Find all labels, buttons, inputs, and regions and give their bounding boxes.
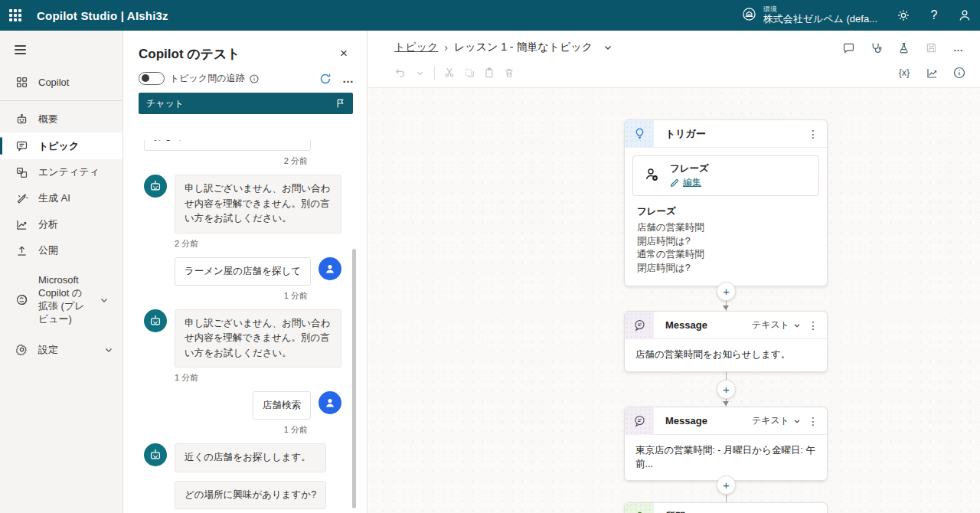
save-icon: [920, 38, 942, 57]
chat-bubble: どの場所に興味がありますか?: [175, 481, 326, 509]
more-vertical-icon[interactable]: ⋮: [805, 128, 821, 140]
sidebar-item-label: 生成 AI: [38, 191, 122, 205]
help-icon[interactable]: ?: [919, 0, 949, 31]
paste-icon: [479, 64, 499, 82]
comments-icon[interactable]: [838, 38, 859, 57]
sidebar-item-copilot[interactable]: Copilot: [0, 69, 122, 95]
top-app-bar: Copilot Studio | AIshi3z 環境 株式会社ゼルペム (de…: [0, 0, 980, 31]
chevron-down-icon: [793, 417, 801, 425]
message-node-2[interactable]: Message テキスト ⋮ 東京店の営業時間: - 月曜日から金曜日: 午前.…: [624, 407, 828, 481]
trigger-phrases-card[interactable]: フレーズ 編集: [632, 155, 819, 196]
add-node-button[interactable]: +: [717, 282, 736, 301]
message-node-1[interactable]: Message テキスト ⋮ 店舗の営業時間をお知らせします。: [624, 311, 828, 372]
sidebar-item-publish[interactable]: 公開: [0, 237, 122, 263]
sidebar-item-label: 設定: [38, 343, 94, 357]
sidebar-item-label: トピック: [38, 139, 122, 153]
chevron-down-icon: [100, 296, 118, 305]
message-type-dropdown[interactable]: テキスト: [752, 319, 801, 332]
sidebar-nav: Copilot 概要 トピック エンティティ: [0, 31, 123, 513]
reset-conversation-icon[interactable]: [319, 73, 332, 85]
sidebar-item-label: 公開: [38, 243, 122, 257]
info-icon[interactable]: [949, 64, 969, 82]
chevron-down-icon: [793, 322, 801, 329]
chat-bubble: 申し訳ございません、お問い合わせ内容を理解できません。別の言い方をお試しください…: [175, 309, 341, 368]
settings-gear-icon[interactable]: [888, 0, 919, 31]
chat-message-user: ラーメン屋の店舗を探して: [139, 257, 341, 286]
phrase-item: 開店時間は?: [637, 235, 815, 249]
wand-sparkle-icon: [15, 191, 28, 205]
environment-picker[interactable]: 環境 株式会社ゼルペム (defa...: [731, 0, 888, 31]
breadcrumb-topics-link[interactable]: トピック: [394, 41, 438, 54]
sidebar-item-settings[interactable]: 設定: [0, 337, 122, 363]
app-launcher-waffle-icon[interactable]: [0, 0, 31, 31]
breadcrumb-separator: ›: [444, 41, 448, 54]
more-horizontal-icon[interactable]: …: [342, 72, 354, 85]
timestamp: 2 分前: [139, 155, 308, 167]
variables-icon[interactable]: {x}: [894, 64, 914, 82]
more-vertical-icon[interactable]: ⋮: [805, 415, 821, 427]
sidebar-item-analytics[interactable]: 分析: [0, 211, 122, 237]
more-vertical-icon[interactable]: ⋮: [805, 319, 821, 332]
timestamp: 1 分前: [139, 290, 308, 302]
bot-avatar: [144, 309, 167, 332]
sidebar-item-overview[interactable]: 概要: [0, 106, 122, 132]
question-icon: [625, 503, 654, 513]
more-horizontal-icon[interactable]: …: [948, 38, 969, 57]
undo-chevron-icon: [410, 64, 430, 82]
topic-analytics-icon[interactable]: [922, 64, 942, 82]
chat-bubble: 申し訳ございません、お問い合わせ内容を理解できません。別の言い方をお試しください…: [175, 175, 341, 233]
sidebar-item-topics[interactable]: トピック: [0, 132, 122, 159]
sidebar-item-copilot-extensions[interactable]: Microsoft Copilot の拡張 (プレビュー): [0, 270, 122, 331]
flag-icon[interactable]: [335, 98, 345, 109]
phrases-person-icon: [642, 165, 661, 187]
pencil-icon: [670, 178, 679, 188]
test-panel-title: Copilot のテスト: [139, 45, 240, 63]
track-between-topics-toggle[interactable]: [139, 72, 165, 85]
edit-phrases-link[interactable]: 編集: [670, 176, 709, 189]
chat-bubble: 近くの店舗をお探しします。: [175, 443, 326, 472]
account-icon[interactable]: [949, 0, 980, 31]
collapse-menu-icon[interactable]: [0, 37, 35, 63]
toggle-label: トピック間の追跡: [170, 72, 244, 85]
chat-bubble: ラーメン屋の店舗を探して: [175, 257, 311, 286]
copy-icon: [459, 64, 479, 82]
message-body-text[interactable]: 東京店の営業時間: - 月曜日から金曜日: 午前...: [625, 435, 827, 480]
sidebar-item-entities[interactable]: エンティティ: [0, 159, 122, 185]
chat-scrollbar[interactable]: [352, 249, 356, 508]
question-node-partial[interactable]: 質問: [624, 502, 828, 513]
undo-icon: [390, 64, 410, 82]
trigger-node[interactable]: トリガー ⋮ フレーズ: [624, 119, 828, 286]
message-bubble-icon: [625, 312, 654, 339]
message-type-dropdown[interactable]: テキスト: [752, 414, 801, 427]
cut-icon: [439, 64, 459, 82]
bot-avatar: [144, 443, 167, 466]
delete-icon: [499, 64, 519, 82]
node-title: 質問: [665, 510, 685, 513]
app-title: Copilot Studio | AIshi3z: [37, 9, 168, 22]
bot-avatar: [144, 175, 167, 198]
user-avatar: [318, 257, 341, 280]
flow-canvas[interactable]: トリガー ⋮ フレーズ: [368, 88, 980, 513]
test-flask-icon[interactable]: [893, 38, 914, 57]
topic-title-chevron-icon[interactable]: [603, 43, 612, 52]
environment-icon: [742, 7, 756, 25]
topic-checker-icon[interactable]: [865, 38, 887, 57]
gear-icon: [15, 343, 28, 357]
sidebar-item-generative-ai[interactable]: 生成 AI: [0, 185, 122, 211]
message-bubble-icon: [625, 407, 654, 435]
phrase-item: 通常の営業時間: [637, 248, 815, 262]
environment-name: 株式会社ゼルペム (defa...: [763, 14, 877, 25]
node-title: トリガー: [665, 127, 706, 141]
bot-icon: [15, 113, 28, 126]
add-node-button[interactable]: +: [717, 380, 736, 399]
close-icon[interactable]: ×: [333, 43, 354, 64]
chat-message-list[interactable]: 探して 2 分前 申し訳ございません、お問い合わせ内容を理解できません。別の言い…: [139, 140, 341, 513]
sidebar-item-label: Microsoft Copilot の拡張 (プレビュー): [38, 274, 90, 326]
connector-arrowhead: [723, 306, 729, 310]
info-icon[interactable]: [250, 74, 259, 83]
node-title: Message: [665, 319, 707, 331]
sidebar-item-label: 分析: [38, 217, 122, 231]
timestamp: 1 分前: [139, 424, 308, 436]
message-body-text[interactable]: 店舗の営業時間をお知らせします。: [625, 339, 827, 371]
add-node-button[interactable]: +: [717, 475, 736, 495]
